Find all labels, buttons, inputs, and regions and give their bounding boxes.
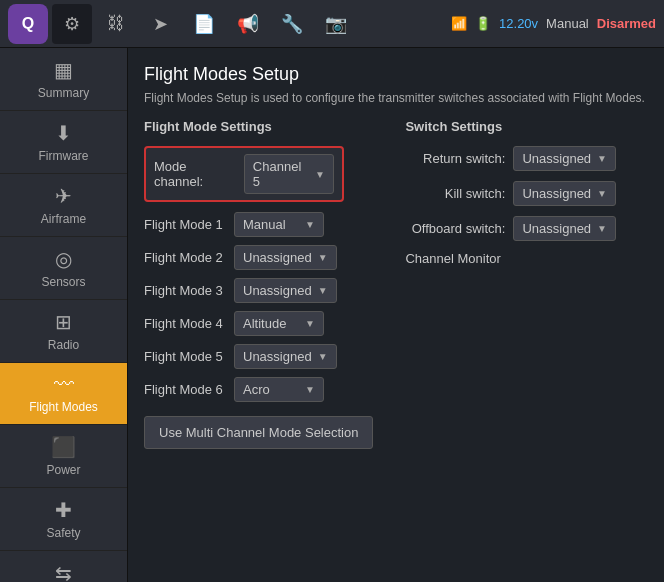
- flight-mode-4-row: Flight Mode 4 Altitude ▼: [144, 311, 373, 336]
- fm6-arrow: ▼: [305, 384, 315, 395]
- sidebar-item-flight-modes[interactable]: 〰 Flight Modes: [0, 363, 127, 425]
- kill-switch-row: Kill switch: Unassigned ▼: [405, 181, 616, 206]
- flight-mode-4-dropdown[interactable]: Altitude ▼: [234, 311, 324, 336]
- bottom-button-row: Use Multi Channel Mode Selection: [144, 416, 373, 449]
- flight-mode-3-value: Unassigned: [243, 283, 312, 298]
- sidebar-item-firmware[interactable]: ⬇ Firmware: [0, 111, 127, 174]
- settings-columns: Flight Mode Settings Mode channel: Chann…: [144, 119, 648, 449]
- sidebar-label-sensors: Sensors: [41, 275, 85, 289]
- flight-mode-5-dropdown[interactable]: Unassigned ▼: [234, 344, 337, 369]
- kill-switch-dropdown[interactable]: Unassigned ▼: [513, 181, 616, 206]
- flight-mode-6-row: Flight Mode 6 Acro ▼: [144, 377, 373, 402]
- summary-icon: ▦: [54, 58, 73, 82]
- page-description: Flight Modes Setup is used to configure …: [144, 91, 648, 105]
- flight-mode-5-row: Flight Mode 5 Unassigned ▼: [144, 344, 373, 369]
- arm-status-display: Disarmed: [597, 16, 656, 31]
- flight-mode-settings-col: Flight Mode Settings Mode channel: Chann…: [144, 119, 373, 449]
- switch-settings-col: Switch Settings Return switch: Unassigne…: [405, 119, 616, 449]
- sensors-icon: ◎: [55, 247, 72, 271]
- sidebar-item-summary[interactable]: ▦ Summary: [0, 48, 127, 111]
- battery-icon: 🔋: [475, 16, 491, 31]
- sidebar-item-radio[interactable]: ⊞ Radio: [0, 300, 127, 363]
- gear-icon[interactable]: ⚙: [52, 4, 92, 44]
- mode-display: Manual: [546, 16, 589, 31]
- content-area: Flight Modes Setup Flight Modes Setup is…: [128, 48, 664, 582]
- flight-mode-3-dropdown[interactable]: Unassigned ▼: [234, 278, 337, 303]
- fm1-arrow: ▼: [305, 219, 315, 230]
- sidebar-item-power[interactable]: ⬛ Power: [0, 425, 127, 488]
- flight-mode-1-label: Flight Mode 1: [144, 217, 234, 232]
- sidebar-label-summary: Summary: [38, 86, 89, 100]
- flight-mode-4-value: Altitude: [243, 316, 286, 331]
- power-icon: ⬛: [51, 435, 76, 459]
- offboard-switch-dropdown[interactable]: Unassigned ▼: [513, 216, 616, 241]
- sidebar: ▦ Summary ⬇ Firmware ✈ Airframe ◎ Sensor…: [0, 48, 128, 582]
- fm3-arrow: ▼: [318, 285, 328, 296]
- flight-mode-3-label: Flight Mode 3: [144, 283, 234, 298]
- multi-channel-button[interactable]: Use Multi Channel Mode Selection: [144, 416, 373, 449]
- flight-mode-1-dropdown[interactable]: Manual ▼: [234, 212, 324, 237]
- sidebar-label-firmware: Firmware: [39, 149, 89, 163]
- wrench-icon[interactable]: 🔧: [272, 4, 312, 44]
- flight-mode-6-value: Acro: [243, 382, 270, 397]
- flight-modes-icon: 〰: [54, 373, 74, 396]
- sidebar-item-safety[interactable]: ✚ Safety: [0, 488, 127, 551]
- flight-mode-2-value: Unassigned: [243, 250, 312, 265]
- mode-channel-label: Mode channel:: [154, 159, 236, 189]
- flight-mode-2-dropdown[interactable]: Unassigned ▼: [234, 245, 337, 270]
- sidebar-item-tuning[interactable]: ⇆ Tuning: [0, 551, 127, 582]
- flight-mode-6-label: Flight Mode 6: [144, 382, 234, 397]
- mode-channel-dropdown[interactable]: Channel 5 ▼: [244, 154, 334, 194]
- sidebar-label-safety: Safety: [46, 526, 80, 540]
- voltage-display: 12.20v: [499, 16, 538, 31]
- firmware-icon: ⬇: [55, 121, 72, 145]
- return-switch-arrow: ▼: [597, 153, 607, 164]
- flight-mode-1-value: Manual: [243, 217, 286, 232]
- flight-mode-5-label: Flight Mode 5: [144, 349, 234, 364]
- kill-switch-arrow: ▼: [597, 188, 607, 199]
- main-layout: ▦ Summary ⬇ Firmware ✈ Airframe ◎ Sensor…: [0, 48, 664, 582]
- sidebar-item-airframe[interactable]: ✈ Airframe: [0, 174, 127, 237]
- signal-icon: 📶: [451, 16, 467, 31]
- return-switch-value: Unassigned: [522, 151, 591, 166]
- fm5-arrow: ▼: [318, 351, 328, 362]
- offboard-switch-arrow: ▼: [597, 223, 607, 234]
- offboard-switch-label: Offboard switch:: [405, 221, 505, 236]
- send-icon[interactable]: ➤: [140, 4, 180, 44]
- doc-icon[interactable]: 📄: [184, 4, 224, 44]
- sidebar-label-power: Power: [46, 463, 80, 477]
- mode-channel-arrow: ▼: [315, 169, 325, 180]
- flight-mode-6-dropdown[interactable]: Acro ▼: [234, 377, 324, 402]
- return-switch-dropdown[interactable]: Unassigned ▼: [513, 146, 616, 171]
- return-switch-row: Return switch: Unassigned ▼: [405, 146, 616, 171]
- tuning-icon: ⇆: [55, 561, 72, 582]
- sidebar-item-sensors[interactable]: ◎ Sensors: [0, 237, 127, 300]
- channel-monitor-label: Channel Monitor: [405, 251, 616, 266]
- flight-mode-2-label: Flight Mode 2: [144, 250, 234, 265]
- radio-icon: ⊞: [55, 310, 72, 334]
- airframe-icon: ✈: [55, 184, 72, 208]
- switch-settings-header: Switch Settings: [405, 119, 616, 134]
- speaker-icon[interactable]: 📢: [228, 4, 268, 44]
- fm4-arrow: ▼: [305, 318, 315, 329]
- status-bar: 📶 🔋 12.20v Manual Disarmed: [451, 16, 656, 31]
- flight-mode-5-value: Unassigned: [243, 349, 312, 364]
- flight-mode-2-row: Flight Mode 2 Unassigned ▼: [144, 245, 373, 270]
- cam-icon[interactable]: 📷: [316, 4, 356, 44]
- page-title: Flight Modes Setup: [144, 64, 648, 85]
- flight-mode-1-row: Flight Mode 1 Manual ▼: [144, 212, 373, 237]
- sidebar-label-radio: Radio: [48, 338, 79, 352]
- flight-mode-settings-header: Flight Mode Settings: [144, 119, 373, 134]
- mode-channel-value: Channel 5: [253, 159, 309, 189]
- offboard-switch-row: Offboard switch: Unassigned ▼: [405, 216, 616, 241]
- mode-channel-row: Mode channel: Channel 5 ▼: [144, 146, 344, 202]
- safety-icon: ✚: [55, 498, 72, 522]
- sidebar-label-airframe: Airframe: [41, 212, 86, 226]
- logo-icon[interactable]: Q: [8, 4, 48, 44]
- sidebar-label-flight-modes: Flight Modes: [29, 400, 98, 414]
- node-icon[interactable]: ⛓: [96, 4, 136, 44]
- offboard-switch-value: Unassigned: [522, 221, 591, 236]
- flight-mode-3-row: Flight Mode 3 Unassigned ▼: [144, 278, 373, 303]
- fm2-arrow: ▼: [318, 252, 328, 263]
- kill-switch-value: Unassigned: [522, 186, 591, 201]
